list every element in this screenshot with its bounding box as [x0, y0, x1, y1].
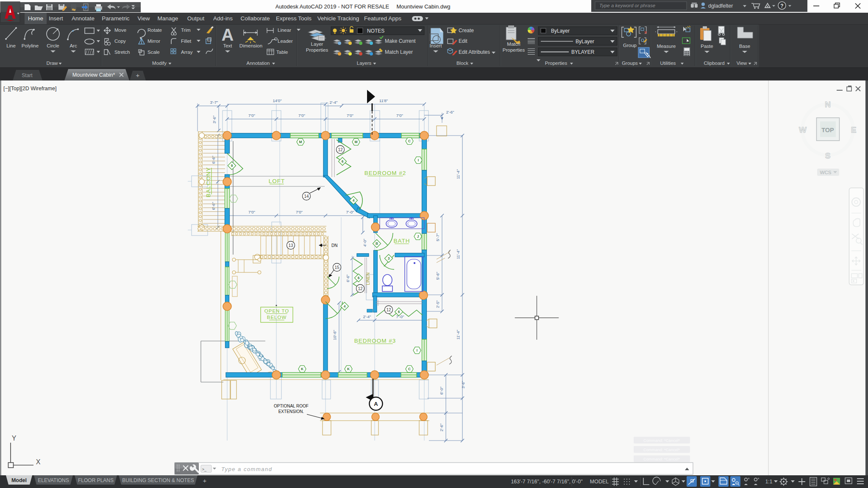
svg-text:Start: Start — [22, 72, 33, 78]
svg-text:>_: >_ — [202, 467, 207, 471]
svg-text:7'0": 7'0" — [248, 113, 255, 118]
svg-text:M: M — [299, 140, 302, 144]
svg-text:12: 12 — [358, 286, 363, 291]
svg-text:5'-6": 5'-6" — [435, 272, 440, 280]
svg-text:Featured Apps: Featured Apps — [364, 15, 401, 22]
svg-text:12: 12 — [338, 147, 343, 152]
svg-text:2'-4": 2'-4" — [330, 100, 338, 105]
svg-text:Paste: Paste — [701, 44, 713, 49]
svg-text:Layer: Layer — [311, 42, 323, 47]
svg-text:Groups: Groups — [622, 61, 638, 66]
svg-text:7'-0": 7'-0" — [346, 210, 354, 214]
svg-text:11'-4": 11'-4" — [456, 169, 460, 179]
svg-text:11'8": 11'8" — [379, 98, 388, 103]
svg-text:[−][Top][2D Wireframe]: [−][Top][2D Wireframe] — [3, 86, 56, 92]
svg-text:Match Layer: Match Layer — [385, 49, 413, 55]
svg-text:Type a command: Type a command — [221, 466, 272, 472]
svg-text:Base: Base — [739, 44, 750, 49]
svg-text:Annotate: Annotate — [72, 15, 95, 22]
svg-text:BEDROOM #3: BEDROOM #3 — [354, 338, 396, 344]
svg-text:BEDROOM #2: BEDROOM #2 — [364, 170, 406, 176]
svg-text:4: 4 — [344, 304, 346, 308]
svg-text:Properties: Properties — [545, 61, 568, 66]
svg-text:Express Tools: Express Tools — [276, 15, 312, 22]
svg-text:LOFT: LOFT — [269, 178, 285, 184]
svg-text:10'-6": 10'-6" — [332, 330, 337, 340]
svg-text:Type a keyword or phrase: Type a keyword or phrase — [599, 3, 655, 8]
svg-text:5'-7": 5'-7" — [435, 233, 440, 241]
svg-text:Clipboard: Clipboard — [704, 61, 724, 66]
svg-text:dgladfelter: dgladfelter — [708, 3, 733, 9]
svg-text:1:1: 1:1 — [765, 479, 773, 485]
svg-text:Command: *Cancel*: Command: *Cancel* — [643, 438, 680, 443]
svg-text:Scale: Scale — [147, 50, 160, 55]
svg-text:Vehicle Tracking: Vehicle Tracking — [317, 15, 359, 22]
svg-text:15: 15 — [334, 265, 339, 270]
svg-text:2'-4": 2'-4" — [363, 314, 371, 319]
svg-text:A: A — [374, 401, 378, 407]
svg-text:7'0": 7'0" — [347, 113, 353, 118]
svg-text:14: 14 — [304, 194, 309, 199]
svg-text:Modify: Modify — [152, 61, 167, 66]
svg-text:Mountview Cabin*: Mountview Cabin* — [72, 72, 115, 78]
svg-text:11'-4": 11'-4" — [456, 330, 460, 340]
svg-text:Manage: Manage — [158, 15, 178, 22]
svg-text:13: 13 — [288, 243, 293, 248]
svg-text:6'-6": 6'-6" — [211, 202, 216, 210]
svg-text:WCS: WCS — [820, 170, 832, 175]
svg-text:Measure: Measure — [657, 44, 676, 49]
svg-text:BATH: BATH — [393, 238, 410, 244]
svg-text:FLOOR PLANS: FLOOR PLANS — [78, 477, 114, 483]
svg-text:ByLayer: ByLayer — [551, 28, 570, 34]
svg-text:Copy: Copy — [114, 39, 126, 44]
svg-text:Edit: Edit — [459, 38, 467, 44]
svg-text:6'-6": 6'-6" — [346, 274, 350, 282]
svg-text:BALCONY: BALCONY — [205, 167, 211, 197]
svg-text:Circle: Circle — [47, 43, 59, 48]
svg-text:Array: Array — [181, 50, 193, 55]
svg-text:Properties: Properties — [306, 47, 328, 53]
svg-text:Rotate: Rotate — [147, 28, 162, 33]
svg-text:Model: Model — [11, 477, 27, 483]
svg-text:C: C — [408, 367, 411, 371]
svg-text:EXTENSION.: EXTENSION. — [278, 409, 304, 414]
svg-text:View: View — [737, 61, 747, 66]
svg-text:Dimension: Dimension — [239, 43, 262, 48]
svg-text:Arc: Arc — [70, 43, 77, 48]
svg-text:7'-0": 7'-0" — [396, 314, 404, 319]
svg-text:TOP: TOP — [821, 127, 834, 133]
svg-text:E: E — [851, 125, 857, 134]
svg-text:3'-7": 3'-7" — [210, 100, 218, 105]
svg-text:Create: Create — [459, 28, 474, 33]
svg-text:Draw: Draw — [47, 61, 58, 66]
svg-text:Table: Table — [276, 50, 288, 55]
svg-text:Output: Output — [187, 15, 205, 22]
svg-text:6: 6 — [398, 310, 400, 314]
svg-text:Fillet: Fillet — [181, 39, 192, 44]
svg-text:ByLayer: ByLayer — [576, 39, 594, 44]
svg-text:S: S — [825, 151, 831, 160]
svg-text:+: + — [203, 477, 207, 484]
svg-text:K: K — [347, 367, 350, 371]
svg-text:9: 9 — [231, 164, 233, 168]
svg-text:MODEL: MODEL — [590, 479, 609, 485]
svg-text:LINEN: LINEN — [366, 272, 370, 285]
svg-text:Properties: Properties — [503, 47, 525, 53]
svg-text:BYLAYER: BYLAYER — [571, 49, 595, 55]
svg-text:Stretch: Stretch — [114, 50, 130, 55]
svg-text:OPTIONAL ROOF: OPTIONAL ROOF — [274, 404, 309, 408]
svg-text:2'-5": 2'-5" — [436, 300, 440, 308]
svg-text:?: ? — [780, 3, 783, 9]
svg-text:Linear: Linear — [278, 28, 291, 33]
svg-text:Home: Home — [28, 15, 43, 22]
svg-text:OPEN TO: OPEN TO — [264, 308, 289, 313]
svg-text:NOTES: NOTES — [367, 28, 384, 34]
svg-text:3'-6": 3'-6" — [461, 381, 465, 388]
svg-text:4: 4 — [353, 198, 355, 202]
svg-text:B: B — [376, 241, 378, 246]
svg-text:Block: Block — [456, 61, 468, 66]
svg-text:N: N — [825, 100, 831, 109]
svg-text:BELOW: BELOW — [267, 315, 287, 320]
svg-text:C: C — [408, 139, 411, 143]
svg-text:View: View — [137, 15, 150, 22]
